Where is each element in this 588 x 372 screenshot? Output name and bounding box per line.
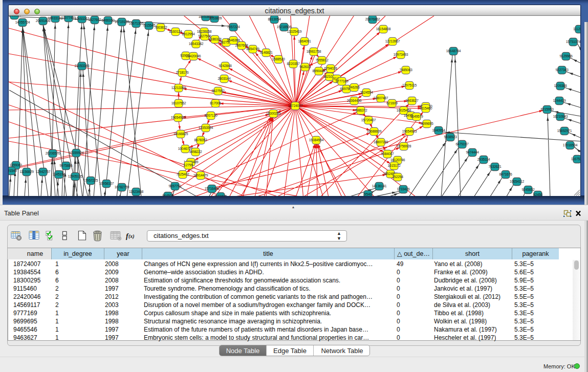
svg-text:962615: 962615 — [299, 65, 311, 69]
svg-text:9245652: 9245652 — [521, 188, 534, 191]
svg-text:7663822: 7663822 — [154, 26, 167, 29]
svg-text:17016504: 17016504 — [563, 143, 578, 147]
svg-text:10653267: 10653267 — [75, 17, 90, 20]
svg-text:9146821: 9146821 — [259, 51, 272, 54]
svg-text:8678352: 8678352 — [194, 138, 207, 142]
svg-text:9699695: 9699695 — [420, 122, 433, 125]
svg-text:8215953: 8215953 — [540, 107, 553, 111]
svg-text:3498222: 3498222 — [189, 150, 202, 154]
svg-text:2935114: 2935114 — [477, 158, 490, 161]
svg-text:5938923: 5938923 — [444, 135, 456, 139]
svg-text:18807249: 18807249 — [374, 140, 388, 144]
svg-text:7625402: 7625402 — [176, 172, 189, 176]
svg-text:8912954: 8912954 — [182, 32, 194, 36]
svg-text:9474444: 9474444 — [466, 150, 478, 154]
svg-text:1244419: 1244419 — [553, 99, 565, 102]
svg-text:19218506: 19218506 — [277, 25, 292, 29]
svg-text:7857224: 7857224 — [227, 25, 239, 29]
svg-text:17359924: 17359924 — [69, 151, 84, 155]
svg-text:12942757: 12942757 — [36, 170, 51, 173]
svg-text:7632621: 7632621 — [488, 165, 501, 168]
svg-text:9084067: 9084067 — [381, 152, 394, 156]
svg-text:817006: 817006 — [210, 101, 221, 105]
svg-text:16107552: 16107552 — [171, 101, 186, 105]
svg-text:12905135: 12905135 — [68, 174, 83, 178]
svg-text:8220357: 8220357 — [287, 62, 299, 65]
svg-text:16543342: 16543342 — [189, 42, 204, 46]
svg-text:8427552: 8427552 — [211, 89, 224, 93]
svg-text:10973493: 10973493 — [394, 53, 408, 56]
svg-text:16961758: 16961758 — [307, 50, 321, 53]
svg-text:1588520: 1588520 — [272, 57, 285, 61]
svg-text:16154808: 16154808 — [376, 27, 391, 31]
svg-text:12213967: 12213967 — [385, 39, 400, 43]
svg-text:16210643: 16210643 — [553, 115, 568, 118]
svg-text:391549: 391549 — [9, 169, 17, 172]
svg-text:1615172: 1615172 — [387, 164, 400, 167]
svg-text:12213369: 12213369 — [171, 86, 186, 90]
svg-text:9242848: 9242848 — [219, 64, 231, 68]
svg-text:8454749: 8454749 — [246, 47, 259, 51]
svg-text:20876862: 20876862 — [365, 17, 380, 21]
svg-text:19933141: 19933141 — [48, 16, 63, 20]
svg-text:19166825: 19166825 — [173, 132, 188, 136]
svg-text:1733426: 1733426 — [397, 187, 409, 191]
svg-text:10654112: 10654112 — [510, 180, 525, 183]
svg-text:6794028: 6794028 — [324, 67, 337, 70]
svg-text:10077491: 10077491 — [61, 16, 76, 19]
svg-text:20364436: 20364436 — [347, 99, 362, 102]
svg-text:9546: 9546 — [364, 192, 372, 196]
svg-text:8471676: 8471676 — [499, 172, 512, 176]
svg-text:15720407: 15720407 — [361, 118, 376, 122]
svg-text:2718176: 2718176 — [176, 71, 188, 74]
svg-text:13325419: 13325419 — [287, 30, 302, 33]
svg-text:11156829: 11156829 — [19, 170, 34, 173]
svg-text:621609: 621609 — [386, 101, 398, 105]
svg-text:20206576: 20206576 — [46, 151, 60, 155]
svg-text:1864091: 1864091 — [298, 39, 311, 43]
svg-text:252254: 252254 — [392, 175, 403, 179]
svg-text:19654925: 19654925 — [171, 116, 186, 119]
svg-text:1145194: 1145194 — [53, 172, 66, 176]
svg-text:17957225: 17957225 — [83, 179, 98, 182]
svg-text:8160124: 8160124 — [169, 30, 182, 33]
svg-text:16053810: 16053810 — [199, 16, 213, 18]
svg-text:2867608: 2867608 — [235, 43, 248, 47]
svg-text:19654923: 19654923 — [402, 129, 417, 133]
svg-text:7986372: 7986372 — [354, 108, 367, 112]
svg-text:15716485: 15716485 — [205, 187, 220, 190]
svg-text:3624554: 3624554 — [360, 91, 373, 94]
svg-text:16782759: 16782759 — [115, 185, 129, 189]
svg-text:19756928: 19756928 — [397, 144, 411, 148]
svg-text:15692971: 15692971 — [557, 129, 572, 133]
svg-text:746266: 746266 — [349, 85, 360, 89]
svg-text:2063384: 2063384 — [9, 16, 21, 17]
svg-text:1167533: 1167533 — [571, 157, 580, 161]
svg-text:12353594: 12353594 — [199, 126, 213, 129]
svg-text:10719155: 10719155 — [115, 20, 129, 24]
svg-text:8990448: 8990448 — [312, 69, 325, 73]
svg-text:16120746: 16120746 — [390, 158, 405, 162]
svg-text:1171635: 1171635 — [214, 194, 227, 196]
svg-text:1359061: 1359061 — [9, 163, 22, 167]
svg-text:1209388: 1209388 — [554, 84, 567, 87]
svg-text:1640954: 1640954 — [432, 128, 445, 132]
svg-text:9546368: 9546368 — [227, 38, 239, 42]
svg-text:6466160: 6466160 — [101, 18, 114, 22]
svg-text:92456: 92456 — [533, 193, 542, 196]
svg-text:9463627: 9463627 — [405, 99, 418, 102]
svg-text:18724007: 18724007 — [288, 104, 303, 107]
svg-text:(x): (x) — [128, 233, 135, 239]
svg-text:10688609: 10688609 — [367, 129, 382, 133]
svg-text:9129966: 9129966 — [559, 54, 572, 58]
svg-text:12799: 12799 — [184, 163, 193, 167]
svg-text:6479197: 6479197 — [455, 142, 468, 146]
svg-text:10958107: 10958107 — [99, 182, 114, 185]
svg-text:16671355: 16671355 — [129, 21, 144, 25]
svg-text:9227343: 9227343 — [555, 68, 568, 72]
svg-text:1112853: 1112853 — [573, 27, 580, 31]
svg-text:9975886: 9975886 — [59, 164, 72, 167]
svg-text:14136141: 14136141 — [372, 184, 387, 188]
svg-text:23420046: 23420046 — [186, 54, 201, 58]
svg-text:1527602: 1527602 — [88, 18, 101, 21]
